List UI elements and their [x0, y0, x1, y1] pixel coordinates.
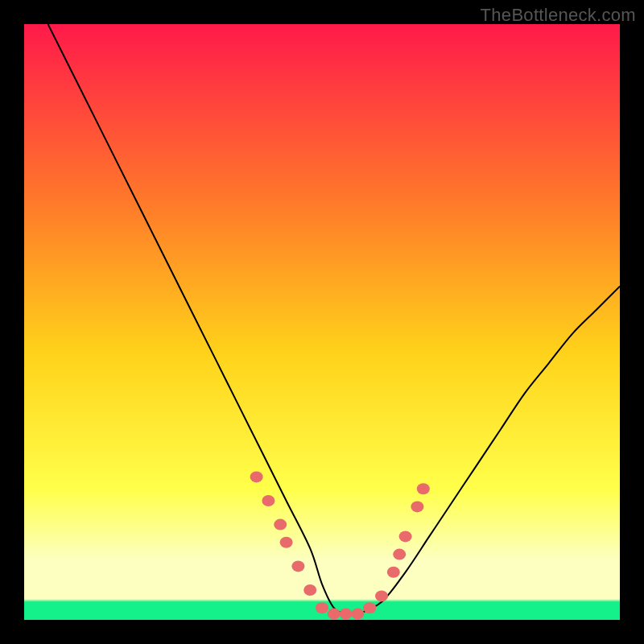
- marker-group: [250, 471, 430, 619]
- curve-marker: [262, 495, 275, 506]
- curve-marker: [291, 560, 304, 572]
- curve-marker: [363, 602, 376, 613]
- curve-marker: [328, 609, 341, 620]
- curve-marker: [274, 519, 287, 530]
- curve-marker: [316, 602, 328, 613]
- curve-marker: [417, 483, 430, 494]
- curve-marker: [375, 590, 388, 601]
- curve-marker: [393, 549, 406, 560]
- curve-marker: [340, 609, 353, 620]
- curve-marker: [280, 537, 293, 548]
- bottleneck-curve-plot: [24, 24, 620, 620]
- curve-marker: [250, 471, 263, 482]
- watermark-text: TheBottleneck.com: [481, 5, 636, 26]
- bottleneck-curve-line: [48, 24, 620, 615]
- chart-frame: [24, 24, 620, 620]
- curve-marker: [303, 584, 316, 596]
- curve-marker: [411, 501, 423, 512]
- curve-marker: [387, 567, 400, 578]
- curve-marker: [351, 609, 364, 620]
- curve-marker: [399, 530, 412, 542]
